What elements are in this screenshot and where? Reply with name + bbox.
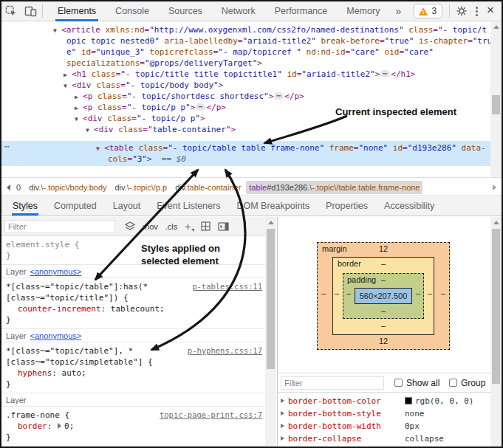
tab-network[interactable]: Network: [212, 1, 265, 21]
tree-toggle-icon[interactable]: ▼: [86, 125, 94, 135]
rule-selector[interactable]: element.style {: [6, 239, 265, 250]
tab-performance[interactable]: Performance: [265, 1, 338, 21]
tab-properties[interactable]: Properties: [318, 197, 376, 216]
tab-styles[interactable]: Styles: [4, 197, 46, 216]
computed-property-row[interactable]: border-bottom-stylenone: [278, 407, 502, 420]
breadcrumb-item[interactable]: div.\-.topic\/body.body: [26, 181, 109, 194]
dom-tree-line[interactable]: specializations="@props/deliveryTarget">: [1, 58, 502, 69]
inspect-element-icon[interactable]: [1, 1, 21, 21]
dom-tree-line[interactable]: ▼<div class="table-container">: [1, 124, 502, 135]
rule-selector[interactable]: *[class~="topic/table"], *p-hyphens.css:…: [6, 345, 265, 356]
expand-icon[interactable]: [58, 423, 61, 429]
stylesheet-link[interactable]: topic-page-print.css:7: [160, 410, 262, 421]
dom-tree-line[interactable]: ▼<table class="- topic/table table frame…: [1, 142, 490, 154]
rule-selector[interactable]: [class~="topic/title"]) {: [6, 292, 265, 303]
scrollbar-thumb[interactable]: [267, 229, 275, 369]
dom-tree-line[interactable]: ▶<p class="- topic/shortdesc shortdesc">…: [1, 91, 502, 102]
dom-scrollbar[interactable]: [490, 21, 502, 177]
ellipsis-badge[interactable]: ⋯: [196, 103, 205, 111]
tab-elements[interactable]: Elements: [48, 1, 106, 21]
tab-event-listeners[interactable]: Event Listeners: [148, 197, 228, 216]
tree-toggle-icon[interactable]: ▼: [53, 25, 61, 35]
breadcrumb-item[interactable]: div.table-container: [172, 181, 244, 194]
stylesheet-link[interactable]: p-tables.css:11: [192, 281, 262, 292]
scroll-up-icon[interactable]: [493, 221, 499, 224]
tab-console[interactable]: Console: [106, 1, 159, 21]
dom-tree-line[interactable]: ▼<article xmlns:nd="http://www.oxygenxml…: [1, 24, 502, 35]
ellipsis-badge[interactable]: ⋯: [380, 70, 390, 77]
row-options-icon[interactable]: ⋯: [4, 141, 10, 152]
scrollbar-thumb[interactable]: [492, 229, 500, 384]
device-toolbar-icon[interactable]: [21, 1, 40, 21]
breadcrumb-item[interactable]: div.\-.topic\/p.p: [112, 181, 171, 194]
right-pane-scrollbar[interactable]: [490, 217, 502, 447]
tree-toggle-icon[interactable]: ▼: [64, 80, 72, 91]
css-property[interactable]: counter-increment: tablecount;: [6, 303, 265, 314]
computed-property-row[interactable]: border-bottom-colorrgb(0, 0, 0): [278, 395, 502, 407]
tab-memory[interactable]: Memory: [337, 1, 389, 21]
styles-scrollbar[interactable]: [265, 217, 276, 447]
code-token: frame: [329, 143, 354, 153]
expand-icon[interactable]: [281, 436, 284, 441]
layer-link[interactable]: <anonymous>: [30, 267, 82, 276]
tree-toggle-icon[interactable]: ▼: [75, 114, 83, 124]
dom-tree-line[interactable]: ▶<h1 class="- topic/title title topictit…: [1, 69, 502, 80]
tab-dom-breakpoints[interactable]: DOM Breakpoints: [228, 197, 318, 216]
rendering-grid-icon[interactable]: [201, 221, 211, 231]
more-tabs-icon[interactable]: »: [389, 5, 407, 17]
computed-property-row[interactable]: border-image-outset0: [278, 445, 502, 447]
styles-filter-input[interactable]: [4, 220, 115, 233]
checkbox-icon[interactable]: [394, 379, 403, 387]
layer-link[interactable]: <anonymous>: [30, 331, 82, 340]
tree-toggle-icon[interactable]: ▶: [64, 69, 72, 80]
computed-property-row[interactable]: border-bottom-width0px: [278, 420, 502, 433]
settings-gear-icon[interactable]: [452, 1, 471, 21]
dom-tree-line[interactable]: e" id="unique_3" topicrefclass="- map/to…: [1, 46, 502, 58]
tree-toggle-icon[interactable]: ▶: [75, 103, 83, 113]
kebab-menu-icon[interactable]: [471, 7, 482, 16]
tab-computed[interactable]: Computed: [46, 197, 105, 216]
scroll-up-icon[interactable]: [268, 221, 274, 224]
breadcrumb-left-icon[interactable]: [7, 185, 10, 190]
expand-icon[interactable]: [281, 399, 284, 403]
css-property[interactable]: border: 0;: [6, 421, 265, 432]
dom-tree-line[interactable]: ▼<div class="- topic/body body">: [1, 80, 502, 91]
css-layers-icon[interactable]: [125, 221, 135, 231]
expand-icon[interactable]: [281, 424, 284, 428]
scroll-up-icon[interactable]: [493, 25, 499, 29]
toggle-hover-state-button[interactable]: :hov: [143, 222, 158, 231]
group-checkbox[interactable]: Group: [449, 378, 485, 388]
breadcrumb-right-icon[interactable]: [493, 185, 496, 190]
dom-tree-line[interactable]: ▼<div class="- topic/p p">: [1, 113, 502, 124]
computed-filter-input[interactable]: [281, 376, 384, 390]
close-icon[interactable]: ×: [482, 3, 502, 19]
stylesheet-link[interactable]: p-hyphens.css:17: [188, 345, 262, 356]
dom-tree-line[interactable]: cols="3"> == $0: [1, 154, 490, 165]
tab-layout[interactable]: Layout: [105, 197, 149, 216]
dom-tree-line[interactable]: opic topic nested0" aria-labelledby="ari…: [1, 35, 502, 46]
rule-selector[interactable]: [class~="topic/simpletable"] {: [6, 356, 265, 368]
issues-badge[interactable]: 3: [414, 4, 442, 18]
tree-toggle-icon[interactable]: ▶: [75, 92, 83, 102]
sidebar-toggle-icon[interactable]: [218, 222, 229, 231]
element-classes-button[interactable]: .cls: [165, 222, 178, 231]
rule-selector[interactable]: .frame-none {topic-page-print.css:7: [6, 410, 265, 421]
expand-icon[interactable]: [281, 411, 284, 416]
tab-accessibility[interactable]: Accessibility: [376, 197, 442, 216]
show-all-checkbox[interactable]: Show all: [394, 378, 439, 388]
breadcrumb-item[interactable]: table#d193e286.\-.topic\/table.table.fra…: [246, 181, 422, 194]
code-token: e": [66, 47, 76, 57]
tree-toggle-icon[interactable]: ▼: [96, 143, 104, 154]
box-model-content[interactable]: 560×207.500: [355, 288, 412, 304]
checkbox-icon[interactable]: [449, 379, 457, 387]
css-property[interactable]: hyphens: auto;: [6, 368, 265, 379]
computed-property-row[interactable]: border-collapsecollapse: [278, 433, 502, 445]
rule-selector[interactable]: *[class~="topic/table"]:has(*p-tables.cs…: [6, 281, 265, 292]
breadcrumb-item[interactable]: 0: [13, 181, 24, 194]
ellipsis-badge[interactable]: ⋯: [274, 92, 284, 100]
new-style-rule-button[interactable]: +: [185, 221, 194, 232]
tab-sources[interactable]: Sources: [159, 1, 212, 21]
scrollbar-thumb[interactable]: [492, 95, 500, 114]
dom-tree-line[interactable]: ▶<p class="- topic/p p">⋯</p>: [1, 102, 502, 113]
selected-element-row[interactable]: ⋯▼<table class="- topic/table table fram…: [1, 141, 490, 166]
